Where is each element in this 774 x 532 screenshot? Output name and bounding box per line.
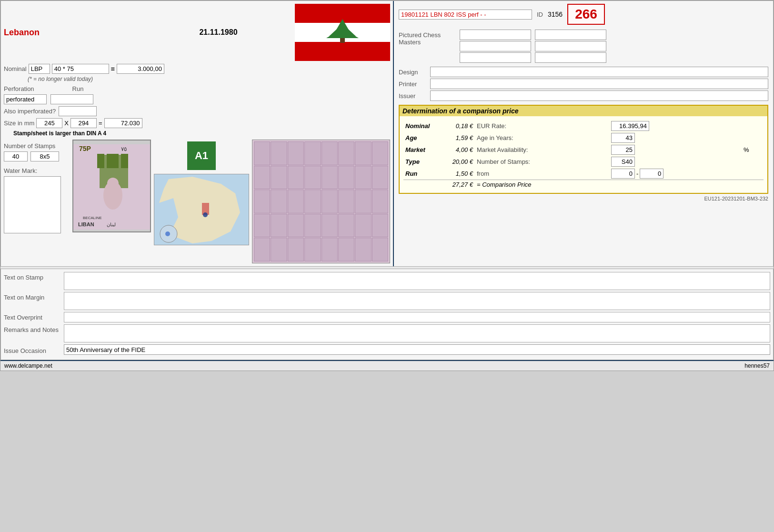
comp-input-age[interactable] xyxy=(609,132,742,144)
comp-value-nominal: 0,18 € xyxy=(442,120,475,132)
pictured-input-4[interactable] xyxy=(535,30,606,40)
stamp-cell xyxy=(288,141,304,165)
comparison-table: Nominal 0,18 € EUR Rate: Age 1,59 € Age … xyxy=(403,120,764,189)
stamp-cell xyxy=(322,214,338,238)
comp-total-row: 27,27 € = Comparison Price xyxy=(403,180,764,190)
stamp-cell xyxy=(355,214,371,238)
comp-input-eur[interactable] xyxy=(609,120,742,132)
size-w-input[interactable] xyxy=(36,118,62,128)
stamp-cell xyxy=(338,141,354,165)
id-label: ID xyxy=(537,11,543,18)
stamp-id-input[interactable] xyxy=(399,10,532,20)
text-on-margin-input[interactable] xyxy=(64,292,770,310)
map-placeholder xyxy=(154,174,249,245)
stamp-cell xyxy=(288,238,304,261)
stamp-layout-input[interactable] xyxy=(30,151,59,161)
comp-value-market: 4,00 € xyxy=(442,144,475,156)
comp-input-from[interactable]: - xyxy=(609,168,742,180)
perf-section: Perforation Run Also imperforated? Size … xyxy=(4,85,390,137)
comp-label-nominal: Nominal xyxy=(403,120,442,132)
stamp-cell xyxy=(372,238,388,261)
stamp-cell xyxy=(304,214,321,238)
stamp-count-section: Number of Stamps xyxy=(4,142,61,161)
issuer-row: Issuer xyxy=(399,90,768,101)
perforation-label: Perforation xyxy=(4,85,34,92)
market-avail-input[interactable] xyxy=(611,145,635,155)
pictured-input-2[interactable] xyxy=(460,41,531,51)
pictured-right xyxy=(535,30,606,63)
comp-input-market[interactable] xyxy=(609,144,742,156)
stamp-cell xyxy=(322,190,338,213)
nominal-value-input[interactable] xyxy=(52,64,109,74)
comp-input-type[interactable] xyxy=(609,156,742,168)
nominal-currency-input[interactable] xyxy=(29,64,50,74)
pictured-input-5[interactable] xyxy=(535,41,606,51)
nominal-label: Nominal xyxy=(4,65,27,72)
run-to-input[interactable] xyxy=(640,169,663,179)
eur-rate-input[interactable] xyxy=(611,121,649,131)
stamp-image-container: 75P ٧٥ LIBAN لبنان xyxy=(68,140,151,263)
nominal-row: Nominal = xyxy=(4,64,390,74)
comp-label-type: Type xyxy=(403,156,442,168)
stamp-cell xyxy=(338,214,354,238)
remarks-row: Remarks and Notes xyxy=(4,324,770,342)
comp-total-label: = Comparison Price xyxy=(475,180,764,190)
svg-text:LIBAN: LIBAN xyxy=(78,221,94,227)
remarks-label: Remarks and Notes xyxy=(4,324,61,333)
stamp-cell xyxy=(271,141,287,165)
pictured-input-3[interactable] xyxy=(460,52,531,63)
comp-total-value: 27,27 € xyxy=(442,180,475,190)
also-imp-row: Also imperforated? xyxy=(4,106,390,116)
stamp-cell xyxy=(304,238,321,261)
comp-label-age: Age xyxy=(403,132,442,144)
svg-point-27 xyxy=(165,231,170,236)
watermark-section: Water Mark: xyxy=(4,167,61,233)
stamp-cell xyxy=(288,166,304,190)
stamp-cell xyxy=(322,166,338,190)
stamp-sheet-container xyxy=(252,140,390,263)
issue-occasion-input[interactable] xyxy=(64,344,770,355)
num-stamps-input[interactable] xyxy=(611,157,635,167)
run-input[interactable] xyxy=(50,94,93,104)
also-imp-input[interactable] xyxy=(59,106,97,116)
flag-svg xyxy=(295,4,390,61)
stamp-cell xyxy=(271,238,287,261)
id-number: 3156 xyxy=(548,10,563,18)
watermark-box xyxy=(4,176,61,233)
comp-row-nominal: Nominal 0,18 € EUR Rate: xyxy=(403,120,764,132)
stamp-count-input[interactable] xyxy=(4,151,28,161)
comp-label2-age: Age in Years: xyxy=(475,132,609,144)
size-result-input[interactable] xyxy=(104,118,142,128)
size-x: X xyxy=(64,120,69,127)
map-svg xyxy=(154,174,249,245)
pictured-input-6[interactable] xyxy=(535,52,606,63)
nominal-result-input[interactable] xyxy=(117,64,164,74)
svg-rect-9 xyxy=(73,230,151,232)
size-row: Size in mm X = xyxy=(4,118,390,128)
stamp-cell xyxy=(304,190,321,213)
printer-input[interactable] xyxy=(430,79,768,89)
stamp-count-label: Number of Stamps xyxy=(4,142,61,150)
perforation-input[interactable] xyxy=(4,94,47,104)
issuer-input[interactable] xyxy=(430,90,768,101)
stamp-cell xyxy=(304,141,321,165)
comparison-title: Determination of a comparison price xyxy=(400,106,767,116)
footer: www.delcampe.net hennes57 xyxy=(0,360,774,371)
text-on-stamp-input[interactable] xyxy=(64,272,770,290)
pictured-left xyxy=(460,30,531,63)
design-input[interactable] xyxy=(430,67,768,77)
age-years-input[interactable] xyxy=(611,133,635,143)
remarks-input[interactable] xyxy=(64,324,770,342)
svg-point-25 xyxy=(203,212,208,217)
run-from-input[interactable] xyxy=(611,169,635,179)
text-on-stamp-label: Text on Stamp xyxy=(4,272,61,281)
printer-label: Printer xyxy=(399,80,427,88)
size-h-input[interactable] xyxy=(70,118,97,128)
stamp-cell xyxy=(304,166,321,190)
pictured-input-1[interactable] xyxy=(460,30,531,40)
stamp-cell xyxy=(271,190,287,213)
percent-sign: % xyxy=(742,144,764,156)
text-overprint-input[interactable] xyxy=(64,312,770,322)
stamp-cell xyxy=(322,238,338,261)
design-label: Design xyxy=(399,69,427,76)
